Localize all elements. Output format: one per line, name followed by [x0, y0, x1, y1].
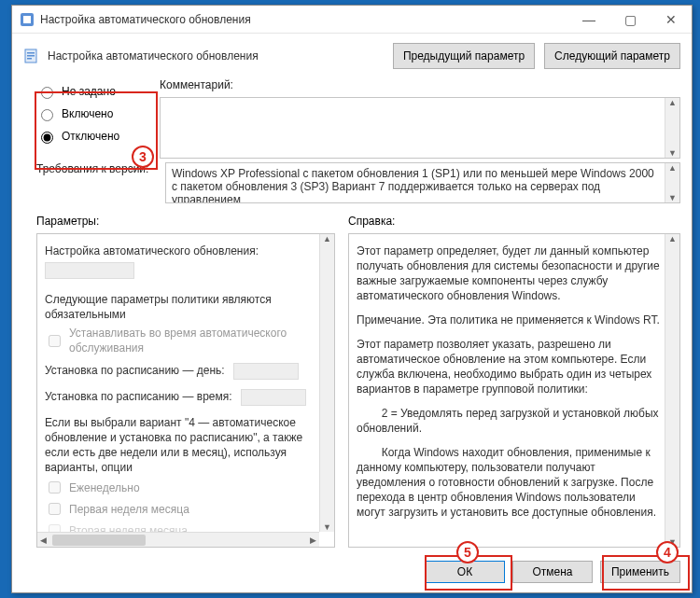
- params-scrollbar-v[interactable]: ▲▼: [319, 234, 334, 532]
- chk-label: Первая неделя месяца: [69, 502, 189, 517]
- help-paragraph: Этот параметр определяет, будет ли данны…: [357, 243, 661, 303]
- prev-param-button[interactable]: Предыдущий параметр: [393, 43, 535, 69]
- close-button[interactable]: ✕: [651, 6, 692, 34]
- policy-heading: Настройка автоматического обновления: [48, 49, 384, 63]
- radio-enabled[interactable]: Включено: [36, 103, 147, 125]
- help-paragraph: 2 = Уведомлять перед загрузкой и установ…: [357, 406, 661, 436]
- comment-scrollbar[interactable]: ▲▼: [665, 98, 679, 158]
- ok-button[interactable]: ОК: [425, 561, 505, 583]
- next-param-button[interactable]: Следующий параметр: [544, 43, 680, 69]
- chk-install-during[interactable]: Устанавливать во время автоматического о…: [45, 326, 315, 355]
- panel-labels: Параметры: Справка:: [12, 203, 692, 228]
- top-section: Не задано Включено Отключено Комментарий…: [12, 69, 692, 159]
- svg-rect-5: [27, 58, 32, 60]
- policy-icon: [23, 49, 38, 63]
- comment-label: Комментарий:: [160, 78, 680, 91]
- minimize-button[interactable]: —: [568, 6, 609, 34]
- panels-row: Настройка автоматического обновления: Сл…: [12, 228, 692, 553]
- state-radios: Не задано Включено Отключено: [36, 76, 147, 159]
- window-title: Настройка автоматического обновления: [40, 13, 568, 26]
- requirements-text: Windows XP Professional с пакетом обновл…: [166, 163, 665, 202]
- radio-label: Включено: [62, 107, 113, 120]
- param-combo-day[interactable]: [233, 363, 299, 380]
- chk-weekly[interactable]: Еженедельно: [45, 479, 315, 496]
- help-paragraph: Примечание. Эта политика не применяется …: [357, 313, 661, 327]
- parameters-panel: Настройка автоматического обновления: Сл…: [36, 233, 335, 548]
- svg-rect-4: [27, 55, 35, 57]
- header-row: Настройка автоматического обновления Пре…: [12, 34, 692, 69]
- chk-label: Еженедельно: [69, 480, 140, 495]
- radio-label: Не задано: [62, 85, 116, 98]
- param-line-time: Установка по расписанию — время:: [45, 389, 315, 406]
- help-label: Справка:: [348, 215, 680, 228]
- svg-rect-1: [23, 16, 31, 23]
- radio-disabled[interactable]: Отключено: [36, 125, 147, 147]
- titlebar: Настройка автоматического обновления — ▢…: [12, 6, 692, 34]
- app-icon: [20, 12, 35, 27]
- params-scrollbar-h[interactable]: ◀▶: [37, 532, 319, 547]
- parameters-label: Параметры:: [36, 215, 335, 228]
- requirements-row: Требования к версии: Windows XP Professi…: [12, 159, 692, 203]
- requirements-scrollbar[interactable]: ▲▼: [665, 163, 679, 202]
- param-line: Настройка автоматического обновления:: [45, 243, 315, 258]
- comment-field: ▲▼: [160, 97, 680, 159]
- param-line: Следующие параметры политики являются об…: [45, 292, 315, 322]
- param-combo-time[interactable]: [241, 389, 306, 406]
- chk-first-week[interactable]: Первая неделя месяца: [45, 500, 315, 518]
- footer: ОК Отмена Применить: [12, 553, 692, 592]
- param-line-day: Установка по расписанию — день:: [45, 363, 315, 380]
- svg-rect-3: [27, 52, 35, 54]
- requirements-field: Windows XP Professional с пакетом обновл…: [165, 162, 680, 203]
- chk-label: Устанавливать во время автоматического о…: [69, 326, 315, 355]
- help-paragraph: Когда Windows находит обновления, примен…: [357, 445, 661, 520]
- help-panel: Этот параметр определяет, будет ли данны…: [348, 233, 680, 548]
- comment-textarea[interactable]: [161, 98, 665, 158]
- requirements-label: Требования к версии:: [36, 162, 156, 175]
- param-paragraph: Если вы выбрали вариант "4 — автоматичес…: [45, 415, 315, 475]
- help-paragraph: Этот параметр позволяет указать, разреше…: [357, 337, 661, 396]
- dialog-window: Настройка автоматического обновления — ▢…: [11, 5, 693, 593]
- maximize-button[interactable]: ▢: [609, 6, 651, 34]
- cancel-button[interactable]: Отмена: [512, 561, 593, 583]
- radio-not-configured[interactable]: Не задано: [36, 80, 147, 103]
- apply-button[interactable]: Применить: [600, 561, 680, 583]
- param-combo-config[interactable]: [45, 262, 134, 279]
- help-scrollbar-v[interactable]: ▲▼: [665, 234, 679, 547]
- comment-column: Комментарий: ▲▼: [160, 76, 680, 159]
- radio-label: Отключено: [62, 130, 119, 143]
